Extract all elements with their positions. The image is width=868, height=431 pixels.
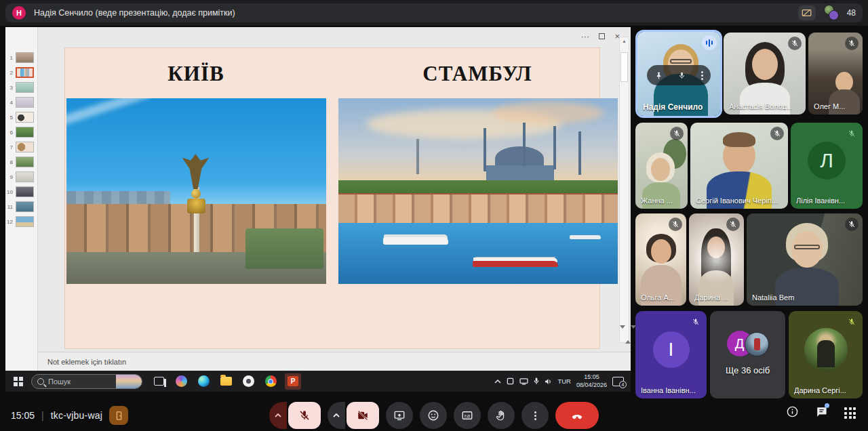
window-restore-icon[interactable] bbox=[599, 33, 605, 39]
present-screen-button[interactable] bbox=[386, 402, 413, 429]
breakout-room-button[interactable] bbox=[109, 406, 128, 425]
participant-name: Іванна Іванівн... bbox=[641, 386, 696, 394]
info-icon bbox=[786, 405, 799, 418]
slide-thumbnail-6[interactable]: 6 bbox=[5, 125, 37, 140]
slide-thumbnail-10[interactable]: 10 bbox=[5, 184, 37, 199]
network-icon[interactable] bbox=[519, 378, 528, 385]
participant-tile[interactable]: Олег М... bbox=[808, 33, 863, 115]
meeting-code: tkc-vjbu-waj bbox=[51, 410, 102, 421]
avatar bbox=[829, 10, 839, 20]
slide-2-content[interactable]: КИЇВ СТАМБУЛ bbox=[64, 47, 600, 349]
task-view-button[interactable] bbox=[151, 373, 167, 390]
notification-count-badge: 4 bbox=[619, 381, 627, 388]
mic-tray-icon[interactable] bbox=[534, 377, 539, 385]
chrome-button[interactable] bbox=[262, 373, 279, 390]
search-highlight-image[interactable] bbox=[116, 375, 142, 388]
muted-mic-icon bbox=[770, 127, 784, 140]
meet-window: Н Надія Сенчило (веде презентацію, додає… bbox=[0, 0, 868, 431]
participant-avatars[interactable] bbox=[823, 5, 840, 21]
mic-off-button[interactable] bbox=[288, 402, 321, 429]
participant-name: Лілія Іванівн... bbox=[796, 197, 845, 205]
participant-initial-avatar: І bbox=[653, 331, 690, 368]
tray-app-icon[interactable] bbox=[507, 377, 514, 385]
stop-presenting-button[interactable] bbox=[798, 5, 816, 20]
media-app-button[interactable] bbox=[240, 373, 256, 390]
canvas-scrollbar[interactable]: ▲ bbox=[619, 37, 629, 343]
kyiv-photo bbox=[66, 98, 326, 284]
slide-thumbnail-4[interactable]: 4 bbox=[5, 95, 37, 110]
clock-time: 15:05 bbox=[11, 410, 35, 421]
camera-off-icon bbox=[357, 409, 369, 422]
shared-screen-powerpoint: 1 2 3 4 5 6 7 8 9 10 11 12 ··· × КИЇВ СТ… bbox=[5, 27, 631, 392]
raise-hand-button[interactable] bbox=[488, 402, 515, 429]
participant-tile-photo[interactable]: Дарина Сергі... bbox=[789, 311, 863, 398]
reactions-button[interactable] bbox=[420, 402, 447, 429]
notes-pane[interactable]: Not eklemek için tıklatın bbox=[38, 352, 631, 371]
participant-tile-initial[interactable]: І Д Іванна Іванівн... bbox=[635, 311, 707, 398]
chat-button[interactable] bbox=[815, 405, 828, 421]
file-explorer-button[interactable] bbox=[218, 373, 234, 390]
participants-grid: Надія Сенчило Анастасія Волод... Олег М.… bbox=[634, 27, 868, 400]
scrollbar-thumb[interactable] bbox=[620, 52, 628, 82]
participant-tile-active-speaker[interactable]: Надія Сенчило bbox=[635, 30, 722, 118]
chevron-up-icon bbox=[274, 413, 282, 418]
slide-thumbnail-12[interactable]: 12 bbox=[5, 214, 37, 229]
participant-tile[interactable]: Nataliia Bem bbox=[747, 213, 863, 306]
pin-icon[interactable] bbox=[654, 71, 663, 80]
taskbar-date: 08/04/2026 bbox=[576, 382, 607, 388]
participant-tile[interactable]: Жанна ... bbox=[635, 123, 688, 209]
slide-thumbnail-3[interactable]: 3 bbox=[5, 80, 37, 95]
tile-hover-controls[interactable] bbox=[647, 65, 711, 85]
slide-thumbnail-7[interactable]: 7 bbox=[5, 140, 37, 155]
search-input[interactable] bbox=[48, 377, 109, 386]
muted-mic-icon bbox=[670, 127, 684, 140]
camera-off-button[interactable] bbox=[347, 402, 379, 429]
camera-options-chevron[interactable] bbox=[328, 402, 345, 429]
slide-thumbnail-8[interactable]: 8 bbox=[5, 155, 37, 169]
presenter-banner: Н Надія Сенчило (веде презентацію, додає… bbox=[5, 3, 863, 22]
taskbar-search[interactable] bbox=[31, 374, 142, 389]
media-app-icon bbox=[243, 375, 254, 387]
participant-tile[interactable]: Ольга А... bbox=[635, 213, 686, 306]
more-options-icon[interactable] bbox=[701, 71, 703, 80]
slide-thumbnail-1[interactable]: 1 bbox=[5, 50, 37, 65]
task-view-icon bbox=[154, 377, 164, 386]
apps-grid-icon bbox=[844, 407, 856, 419]
presenter-avatar: Н bbox=[12, 6, 26, 20]
mic-off-icon bbox=[298, 409, 311, 422]
muted-mic-icon bbox=[845, 315, 859, 329]
slide-thumbnail-5[interactable]: 5 bbox=[5, 110, 37, 125]
more-options-button[interactable] bbox=[521, 402, 549, 429]
participant-tile[interactable]: Анастасія Волод... bbox=[724, 33, 806, 115]
slide-thumbnail-9[interactable]: 9 bbox=[5, 169, 37, 184]
slide-thumbnail-11[interactable]: 11 bbox=[5, 199, 37, 214]
copilot-button[interactable] bbox=[173, 373, 189, 390]
tray-chevron-icon[interactable] bbox=[494, 379, 501, 384]
start-button[interactable] bbox=[5, 377, 31, 386]
muted-mic-icon bbox=[689, 315, 703, 329]
end-call-button[interactable] bbox=[555, 402, 599, 429]
language-indicator[interactable]: TUR bbox=[557, 377, 571, 385]
overflow-participants-tile[interactable]: Д Ще 36 осіб bbox=[710, 311, 785, 398]
edge-button[interactable] bbox=[195, 373, 212, 390]
mic-icon[interactable] bbox=[677, 71, 686, 80]
participant-name: Дарина ... bbox=[694, 293, 728, 302]
taskbar-clock[interactable]: 15:05 08/04/2026 bbox=[576, 373, 607, 389]
notification-center-button[interactable]: 4 bbox=[612, 377, 624, 386]
top-bar: Н Надія Сенчило (веде презентацію, додає… bbox=[0, 0, 868, 26]
window-more-button[interactable]: ··· bbox=[580, 31, 589, 41]
volume-icon[interactable] bbox=[545, 378, 552, 385]
activities-button[interactable] bbox=[844, 407, 856, 419]
windows-taskbar: P TUR 15:05 08/04/2026 4 bbox=[5, 371, 631, 392]
muted-mic-icon bbox=[845, 37, 859, 50]
captions-button[interactable] bbox=[454, 402, 481, 429]
meeting-details-button[interactable] bbox=[786, 405, 799, 421]
slide-thumbnail-2-selected[interactable]: 2 bbox=[5, 65, 37, 80]
participant-tile[interactable]: Дарина ... bbox=[689, 213, 744, 306]
windows-logo-icon bbox=[14, 377, 23, 386]
participant-tile[interactable]: Сергій Іванович Черіп... bbox=[690, 123, 788, 209]
powerpoint-button-active[interactable]: P bbox=[285, 373, 301, 390]
muted-mic-icon bbox=[845, 127, 859, 140]
participant-tile-initial[interactable]: Л Лілія Іванівн... bbox=[791, 123, 863, 209]
mic-options-chevron[interactable] bbox=[269, 402, 287, 429]
